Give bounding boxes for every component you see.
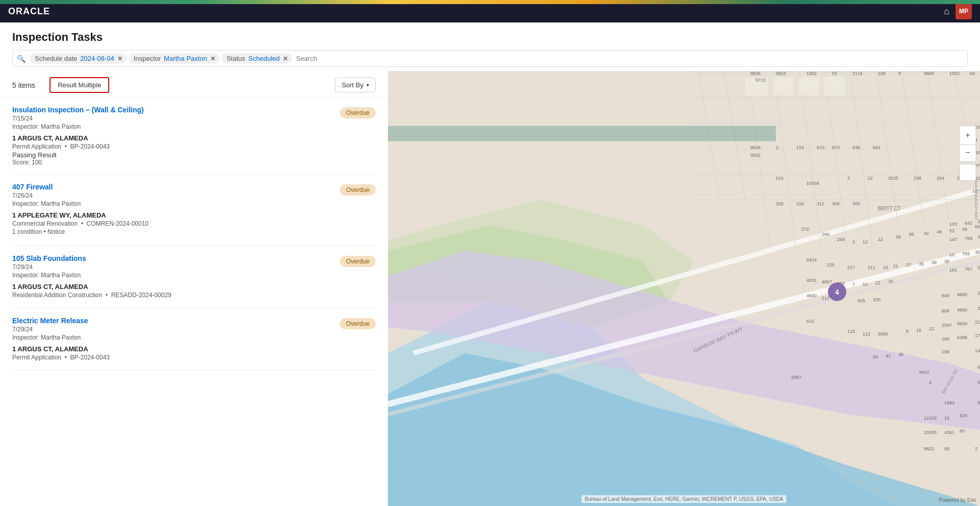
svg-text:15: 15 [944,416,949,421]
status-close[interactable]: ✕ [283,55,288,62]
main-container: Inspection Tasks 🔍 Schedule date 2024-08… [0,22,980,506]
permit-number: BP-2024-0043 [70,143,110,150]
svg-text:272: 272 [801,227,809,232]
svg-text:258: 258 [837,237,845,242]
svg-text:66: 66 [975,224,980,229]
svg-text:04: 04 [970,71,975,76]
map-pin-marker: 4 [828,283,846,301]
svg-text:615: 615 [776,176,783,181]
svg-text:636: 636 [852,145,860,150]
item-title[interactable]: Electric Meter Release [12,317,332,325]
svg-text:8: 8 [906,329,909,334]
item-left: Electric Meter Release 7/29/24 Inspector… [12,317,332,362]
powered-by: Powered by Esri [939,497,976,503]
status-badge: Overdue [340,318,376,329]
nav-right: ⌂ MP [944,3,972,19]
oracle-logo: ORACLE [8,6,50,17]
svg-text:620: 620 [960,413,967,418]
svg-rect-34 [824,78,845,95]
schedule-date-label: Schedule date [35,55,77,62]
page-header: Inspection Tasks 🔍 Schedule date 2024-08… [0,22,980,71]
map-container: 9829 9834 8 16 151 3185 611 613 9600 104… [388,71,980,506]
svg-text:217: 217 [847,265,855,270]
svg-text:2: 2 [975,446,977,451]
result-multiple-button[interactable]: Result Multiple [50,77,109,93]
map-svg: 9829 9834 8 16 151 3185 611 613 9600 104… [388,71,980,506]
svg-text:312: 312 [817,201,824,206]
svg-text:12: 12 [863,239,868,245]
svg-text:42: 42 [924,231,929,236]
svg-text:9600: 9600 [924,71,934,76]
inspection-item: Insulation Inspection – (Wall & Ceiling)… [12,98,376,175]
item-score: Score: 100 [12,159,332,166]
svg-text:6398: 6398 [957,335,967,340]
search-icon: 🔍 [17,55,26,63]
svg-text:9960: 9960 [878,331,888,336]
svg-text:188: 188 [878,71,886,76]
svg-text:153: 153 [796,145,804,150]
svg-text:21: 21 [893,263,898,269]
item-title[interactable]: Insulation Inspection – (Wall & Ceiling) [12,106,332,114]
svg-text:−: − [965,148,970,157]
home-icon[interactable]: ⌂ [944,6,949,17]
svg-text:2: 2 [852,239,855,245]
svg-text:691: 691 [873,145,880,150]
svg-text:266: 266 [822,232,829,237]
svg-text:4651: 4651 [806,278,817,283]
item-permit: Permit Application • BP-2024-0043 [12,354,332,361]
svg-text:32: 32 [888,279,893,284]
item-title[interactable]: 105 Slab Foundations [12,254,332,262]
item-address: 1 ARGUS CT, ALAMEDA [12,134,332,142]
svg-text:11033: 11033 [924,416,937,421]
svg-text:1902: 1902 [806,71,817,76]
map-panel[interactable]: 9829 9834 8 16 151 3185 611 613 9600 104… [388,71,980,506]
status-badge: Overdue [340,256,376,267]
svg-text:608: 608 [942,308,949,314]
status-label: Status [227,55,246,62]
svg-text:15: 15 [883,265,888,270]
schedule-date-close[interactable]: ✕ [117,55,122,62]
svg-text:133: 133 [949,222,957,227]
svg-text:147: 147 [949,237,957,242]
svg-text:96: 96 [977,400,980,405]
svg-text:7: 7 [852,282,855,287]
item-date: 7/29/24 [12,263,332,271]
inspection-item: 407 Firewall 7/26/24 Inspector: Martha P… [12,175,376,246]
sort-by-label: Sort By [341,81,363,89]
svg-text:9836: 9836 [750,71,761,76]
item-title[interactable]: 407 Firewall [12,183,332,191]
sort-by-button[interactable]: Sort By ▾ [335,78,376,92]
svg-text:2597: 2597 [942,323,952,328]
item-right: Overdue [332,317,376,328]
svg-text:AUCHINBAUGH WAY: AUCHINBAUGH WAY [974,180,978,220]
status-value: Scheduled [249,55,280,62]
svg-text:1883: 1883 [944,400,954,405]
svg-text:2: 2 [847,176,850,181]
svg-rect-56 [388,126,776,141]
svg-text:4860: 4860 [957,307,967,312]
item-inspector: Inspector: Martha Paxton [12,334,332,341]
search-input[interactable] [294,53,963,64]
svg-text:50: 50 [873,354,878,359]
svg-text:767: 767 [965,267,972,272]
inspector-close[interactable]: ✕ [210,55,215,62]
schedule-date-chip: Schedule date 2024-08-04 ✕ [30,53,127,64]
svg-text:9860: 9860 [957,292,967,297]
svg-text:35: 35 [919,261,924,267]
svg-text:4: 4 [929,380,932,385]
item-date: 7/15/24 [12,115,332,122]
svg-text:16: 16 [916,328,921,333]
svg-text:+: + [965,131,970,139]
avatar[interactable]: MP [955,3,972,19]
svg-text:625: 625 [857,298,865,303]
svg-text:22: 22 [868,176,873,181]
svg-text:769: 769 [965,236,972,241]
svg-text:1052: 1052 [949,71,960,76]
items-count: 5 items [12,81,35,89]
svg-text:58: 58 [962,227,967,232]
svg-text:612: 612 [806,319,814,324]
svg-text:22: 22 [875,280,880,285]
svg-rect-33 [799,78,819,95]
svg-text:264: 264 [937,176,944,181]
status-badge: Overdue [340,184,376,196]
